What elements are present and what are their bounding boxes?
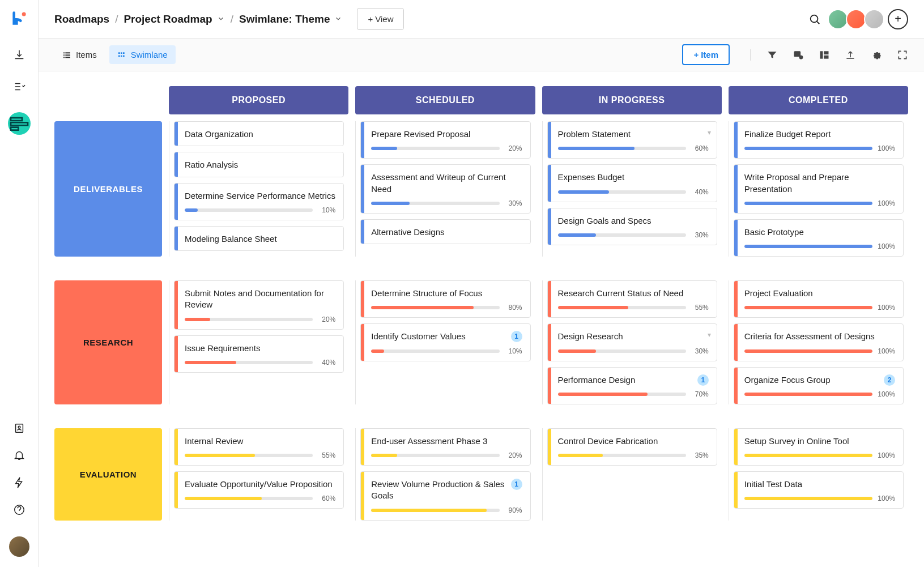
item-card[interactable]: Submit Notes and Documentation for Revie… bbox=[174, 280, 344, 330]
fullscreen-icon[interactable] bbox=[897, 49, 908, 61]
item-card[interactable]: Internal Review55% bbox=[174, 428, 344, 466]
chevron-down-icon[interactable]: ▾ bbox=[708, 331, 711, 339]
svg-rect-22 bbox=[820, 51, 823, 58]
breadcrumb-swimlane[interactable]: Swimlane: Theme bbox=[239, 13, 343, 25]
item-card[interactable]: Expenses Budget40% bbox=[547, 164, 717, 202]
card-title: Expenses Budget bbox=[558, 172, 625, 183]
breadcrumb-root[interactable]: Roadmaps bbox=[54, 13, 109, 25]
card-title: Determine Structure of Focus bbox=[371, 288, 482, 299]
item-card[interactable]: Setup Survey in Online Tool100% bbox=[734, 428, 904, 466]
cell-research-proposed: Submit Notes and Documentation for Revie… bbox=[169, 280, 348, 404]
progress-percent: 40% bbox=[317, 359, 335, 366]
list-check-icon[interactable] bbox=[13, 80, 25, 93]
card-title: Review Volume Production & Sales Goals bbox=[371, 479, 507, 502]
avatar[interactable] bbox=[846, 9, 866, 29]
bolt-icon[interactable] bbox=[13, 476, 25, 489]
item-card[interactable]: Control Device Fabrication35% bbox=[547, 428, 717, 466]
item-card[interactable]: Modeling Balance Sheet bbox=[174, 226, 344, 251]
progress-bar bbox=[744, 147, 872, 150]
item-card[interactable]: ▾Design Research30% bbox=[547, 323, 717, 361]
progress-percent: 10% bbox=[317, 206, 335, 214]
card-title: Initial Test Data bbox=[744, 479, 802, 490]
card-title: Write Proposal and Prepare Presentation bbox=[744, 172, 895, 195]
progress-percent: 55% bbox=[691, 304, 709, 312]
progress-bar bbox=[185, 208, 313, 212]
download-icon[interactable] bbox=[13, 49, 25, 61]
progress-bar bbox=[558, 349, 686, 353]
item-card[interactable]: Issue Requirements40% bbox=[174, 335, 344, 373]
plus-icon: + bbox=[693, 50, 699, 59]
progress-bar bbox=[371, 306, 499, 309]
item-card[interactable]: Organize Focus Group2100% bbox=[734, 367, 904, 404]
progress-bar bbox=[371, 349, 499, 353]
item-card[interactable]: Basic Prototype100% bbox=[734, 219, 904, 257]
item-card[interactable]: Identify Customer Values110% bbox=[360, 323, 530, 361]
card-title: Design Goals and Specs bbox=[558, 215, 652, 227]
add-view-label: View bbox=[375, 14, 393, 24]
add-view-button[interactable]: + View bbox=[357, 8, 404, 30]
svg-rect-1 bbox=[11, 118, 22, 121]
svg-rect-24 bbox=[824, 55, 828, 58]
tab-items[interactable]: Items bbox=[54, 45, 105, 64]
progress-bar bbox=[185, 361, 313, 364]
card-title: Control Device Fabrication bbox=[558, 436, 658, 447]
filter-icon[interactable] bbox=[767, 49, 778, 61]
item-card[interactable]: Ratio Analysis bbox=[174, 152, 344, 177]
sidebar bbox=[0, 0, 39, 567]
item-card[interactable]: Design Goals and Specs30% bbox=[547, 208, 717, 245]
item-card[interactable]: Determine Service Performance Metrics10% bbox=[174, 183, 344, 220]
add-item-button[interactable]: + Item bbox=[682, 44, 730, 65]
item-card[interactable]: End-user Assessment Phase 320% bbox=[360, 428, 530, 466]
item-card[interactable]: Assessment and Writeup of Current Need30… bbox=[360, 164, 530, 214]
item-card[interactable]: Finalize Budget Report100% bbox=[734, 121, 904, 159]
collaborator-avatars: + bbox=[831, 9, 908, 29]
progress-percent: 100% bbox=[877, 304, 895, 312]
swimlane-nav-icon[interactable] bbox=[8, 112, 31, 135]
breadcrumb-project-label: Project Roadmap bbox=[124, 13, 212, 25]
app-logo[interactable] bbox=[11, 10, 27, 26]
card-title: Evaluate Opportunity/Value Proposition bbox=[185, 479, 333, 490]
item-card[interactable]: Performance Design170% bbox=[547, 367, 717, 404]
user-avatar[interactable] bbox=[9, 536, 29, 557]
progress-bar bbox=[371, 509, 499, 512]
avatar[interactable] bbox=[864, 9, 884, 29]
help-icon[interactable] bbox=[13, 504, 25, 516]
item-card[interactable]: Prepare Revised Proposal20% bbox=[360, 121, 530, 159]
progress-percent: 35% bbox=[691, 451, 709, 459]
search-icon[interactable] bbox=[808, 13, 821, 25]
progress-bar bbox=[558, 190, 686, 194]
item-card[interactable]: Initial Test Data100% bbox=[734, 471, 904, 509]
item-card[interactable]: Write Proposal and Prepare Presentation1… bbox=[734, 164, 904, 214]
add-collaborator-button[interactable]: + bbox=[888, 9, 908, 29]
swimlane-icon bbox=[117, 50, 126, 59]
item-card[interactable]: Data Organization bbox=[174, 121, 344, 146]
gear-icon[interactable] bbox=[871, 49, 882, 61]
breadcrumb: Roadmaps / Project Roadmap / Swimlane: T… bbox=[54, 13, 342, 25]
list-icon bbox=[62, 50, 71, 59]
theme-label-deliverables: DELIVERABLES bbox=[54, 121, 162, 257]
avatar[interactable] bbox=[828, 9, 848, 29]
contacts-icon[interactable] bbox=[13, 422, 25, 434]
bell-icon[interactable] bbox=[13, 449, 25, 462]
item-card[interactable]: Research Current Status of Need55% bbox=[547, 280, 717, 318]
item-card[interactable]: Alternative Designs bbox=[360, 219, 530, 244]
item-card[interactable]: Criteria for Assessment of Designs100% bbox=[734, 323, 904, 361]
tab-swimlane[interactable]: Swimlane bbox=[109, 45, 176, 64]
upload-icon[interactable] bbox=[845, 49, 856, 61]
card-title: Alternative Designs bbox=[371, 227, 444, 238]
card-title: Assessment and Writeup of Current Need bbox=[371, 172, 522, 195]
item-card[interactable]: Project Evaluation100% bbox=[734, 280, 904, 318]
item-card[interactable]: Determine Structure of Focus80% bbox=[360, 280, 530, 318]
link-icon[interactable] bbox=[793, 49, 804, 61]
tab-items-label: Items bbox=[76, 50, 97, 59]
breadcrumb-project[interactable]: Project Roadmap bbox=[124, 13, 224, 25]
item-card[interactable]: Review Volume Production & Sales Goals19… bbox=[360, 471, 530, 521]
svg-rect-12 bbox=[63, 57, 65, 58]
theme-label-research: RESEARCH bbox=[54, 280, 162, 404]
progress-bar bbox=[744, 393, 872, 396]
item-card[interactable]: ▾Problem Statement60% bbox=[547, 121, 717, 159]
item-card[interactable]: Evaluate Opportunity/Value Proposition60… bbox=[174, 471, 344, 509]
svg-rect-9 bbox=[65, 52, 70, 53]
chevron-down-icon[interactable]: ▾ bbox=[708, 129, 711, 137]
layout-icon[interactable] bbox=[819, 49, 830, 61]
